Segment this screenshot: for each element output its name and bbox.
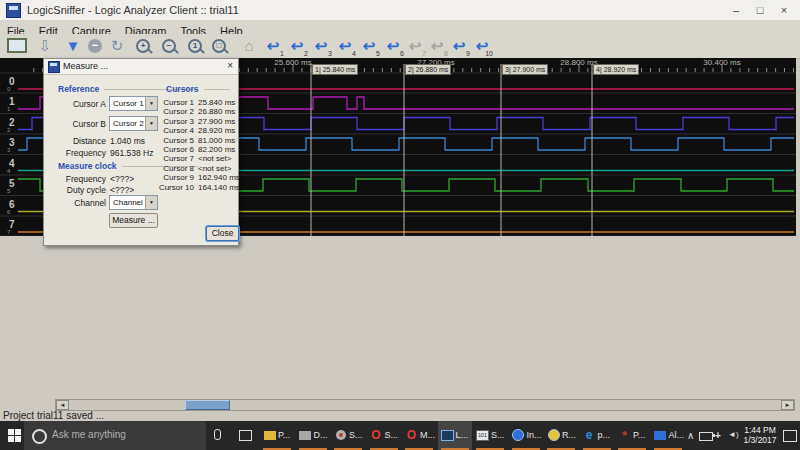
speaker-icon[interactable]: ◄) bbox=[728, 430, 739, 439]
channel-7-sublabel: 7 bbox=[7, 229, 10, 235]
taskbar-app-6[interactable]: L... bbox=[438, 421, 472, 450]
goto-cursor-7-button[interactable]: ↩7 bbox=[404, 35, 426, 56]
tray-clock[interactable]: 1:44 PM 1/3/2017 bbox=[741, 425, 779, 445]
save-button[interactable]: ⇩ bbox=[34, 35, 56, 56]
cursor-b-label: Cursor B bbox=[44, 119, 106, 129]
taskbar-app-4[interactable]: OS... bbox=[367, 421, 401, 450]
taskbar-app-5[interactable]: OM... bbox=[402, 421, 436, 450]
toolbar: ⇩▼−↻+−1□⌂↩1↩2↩3↩4↩5↩6↩7↩8↩9↩10 bbox=[0, 34, 800, 59]
measure-dialog: Measure ... × Reference Cursor A Cursor … bbox=[43, 58, 239, 246]
channel-label: Channel bbox=[44, 198, 106, 208]
zoom-in-button[interactable]: + bbox=[132, 35, 154, 56]
zoom-original-button[interactable]: 1 bbox=[184, 35, 206, 56]
cursors-section-header: Cursors bbox=[166, 84, 230, 94]
window-icon bbox=[654, 429, 667, 441]
taskbar-app-label: R... bbox=[562, 430, 576, 440]
taskbar-app-label: M... bbox=[420, 430, 435, 440]
frequency-label: Frequency bbox=[44, 148, 106, 158]
zoom-fit-button[interactable]: □ bbox=[208, 35, 230, 56]
channel-select[interactable]: Channel 0 ▼ bbox=[109, 195, 158, 210]
clock-date: 1/3/2017 bbox=[741, 435, 779, 445]
repeat-capture-button[interactable]: ↻ bbox=[106, 35, 128, 56]
cursor-row-4: Cursor 428.920 ms bbox=[136, 126, 235, 135]
goto-cursor-3-button[interactable]: ↩3 bbox=[310, 35, 332, 56]
taskbar-app-9[interactable]: R... bbox=[544, 421, 578, 450]
begin-capture-button[interactable]: ▼ bbox=[62, 35, 84, 56]
maximize-button[interactable]: □ bbox=[748, 2, 772, 18]
clock-time: 1:44 PM bbox=[741, 425, 779, 435]
taskbar-app-2[interactable]: D... bbox=[296, 421, 330, 450]
ruler-time-label: 30.400 ms bbox=[703, 58, 740, 67]
edge-icon: e bbox=[583, 429, 596, 441]
scroll-left-arrow-icon[interactable]: ◄ bbox=[56, 400, 69, 410]
dialog-titlebar[interactable]: Measure ... × bbox=[44, 59, 238, 75]
opera-icon: O bbox=[405, 429, 418, 441]
start-button[interactable] bbox=[8, 429, 21, 442]
minimize-button[interactable]: – bbox=[724, 2, 748, 18]
scroll-right-arrow-icon[interactable]: ► bbox=[781, 400, 794, 410]
task-view-icon[interactable] bbox=[239, 430, 252, 441]
channel-1-sublabel: 1 bbox=[7, 106, 10, 112]
cursor-flag-2[interactable]: 2| 26.880 ms bbox=[405, 64, 451, 75]
cursor-row-3: Cursor 327.900 ms bbox=[136, 117, 235, 126]
taskbar-app-8[interactable]: In... bbox=[509, 421, 543, 450]
measure-button[interactable]: Measure ... bbox=[109, 213, 158, 228]
goto-cursor-5-button[interactable]: ↩5 bbox=[358, 35, 380, 56]
taskbar-app-label: S... bbox=[349, 430, 363, 440]
goto-cursor-10-button[interactable]: ↩10 bbox=[471, 35, 493, 56]
duty-cycle-label: Duty cycle bbox=[44, 185, 106, 195]
gear-icon bbox=[334, 429, 347, 441]
search-placeholder: Ask me anything bbox=[52, 429, 126, 440]
goto-cursor-4-button[interactable]: ↩4 bbox=[334, 35, 356, 56]
dialog-close-icon[interactable]: × bbox=[227, 60, 233, 71]
desktop: LogicSniffer - Logic Analyzer Client :: … bbox=[0, 0, 800, 450]
close-button[interactable]: × bbox=[772, 2, 796, 18]
taskbar-app-10[interactable]: ep... bbox=[580, 421, 614, 450]
goto-cursor-1-button[interactable]: ↩1 bbox=[262, 35, 284, 56]
taskbar-app-7[interactable]: 101S... bbox=[473, 421, 507, 450]
channel-5-sublabel: 5 bbox=[7, 188, 10, 194]
taskbar-app-3[interactable]: S... bbox=[331, 421, 365, 450]
channel-2-sublabel: 2 bbox=[7, 127, 10, 133]
logic-icon bbox=[441, 429, 454, 441]
taskbar-app-11[interactable]: *P... bbox=[615, 421, 649, 450]
taskbar-app-12[interactable]: Al... bbox=[651, 421, 685, 450]
stop-capture-button[interactable]: − bbox=[84, 35, 106, 56]
status-text: Project trial11 saved ... bbox=[3, 410, 104, 421]
cursor-a-label: Cursor A bbox=[44, 99, 106, 109]
goto-cursor-2-button[interactable]: ↩2 bbox=[286, 35, 308, 56]
taskbar-app-1[interactable]: P... bbox=[260, 421, 294, 450]
taskbar-app-label: L... bbox=[456, 430, 469, 440]
battery-icon[interactable] bbox=[699, 432, 713, 441]
goto-cursor-6-button[interactable]: ↩6 bbox=[382, 35, 404, 56]
zoom-out-button[interactable]: − bbox=[158, 35, 180, 56]
dialog-title: Measure ... bbox=[63, 61, 108, 71]
tray-chevron-icon[interactable]: ∧ bbox=[687, 430, 694, 441]
chevron-down-icon[interactable]: ▼ bbox=[145, 196, 157, 209]
microphone-icon[interactable] bbox=[214, 429, 221, 440]
cursor-flag-1[interactable]: 1| 25.840 ms bbox=[312, 64, 358, 75]
goto-cursor-8-button[interactable]: ↩8 bbox=[426, 35, 448, 56]
cursor-row-8: Cursor 8<not set> bbox=[136, 164, 231, 173]
cursor-flag-4[interactable]: 4| 28.920 ms bbox=[593, 64, 639, 75]
cursor-row-5: Cursor 581.000 ms bbox=[136, 136, 235, 145]
cursor-flag-3[interactable]: 3| 27.900 ms bbox=[502, 64, 548, 75]
dialog-close-button[interactable]: Close bbox=[206, 226, 239, 241]
cursor-row-2: Cursor 226.880 ms bbox=[136, 107, 235, 116]
capture-screen-button[interactable] bbox=[6, 35, 28, 56]
taskbar-app-label: p... bbox=[598, 430, 611, 440]
cursor-row-1: Cursor 125.840 ms bbox=[136, 98, 235, 107]
channel-4-sublabel: 4 bbox=[7, 168, 10, 174]
taskbar-app-label: P... bbox=[278, 430, 290, 440]
channel-3-sublabel: 3 bbox=[7, 147, 10, 153]
taskbar-app-label: In... bbox=[527, 430, 542, 440]
duty-cycle-value: <???> bbox=[110, 185, 134, 195]
goto-cursor-9-button[interactable]: ↩9 bbox=[448, 35, 470, 56]
channel-6-sublabel: 6 bbox=[7, 209, 10, 215]
hardware-icon[interactable]: + bbox=[715, 430, 721, 441]
scrollbar-thumb[interactable] bbox=[185, 400, 230, 410]
action-center-icon[interactable] bbox=[783, 430, 797, 442]
taskbar-search[interactable]: Ask me anything bbox=[24, 421, 206, 450]
cursor-row-7: Cursor 7<not set> bbox=[136, 154, 231, 163]
goto-trigger-button[interactable]: ⌂ bbox=[238, 35, 260, 56]
